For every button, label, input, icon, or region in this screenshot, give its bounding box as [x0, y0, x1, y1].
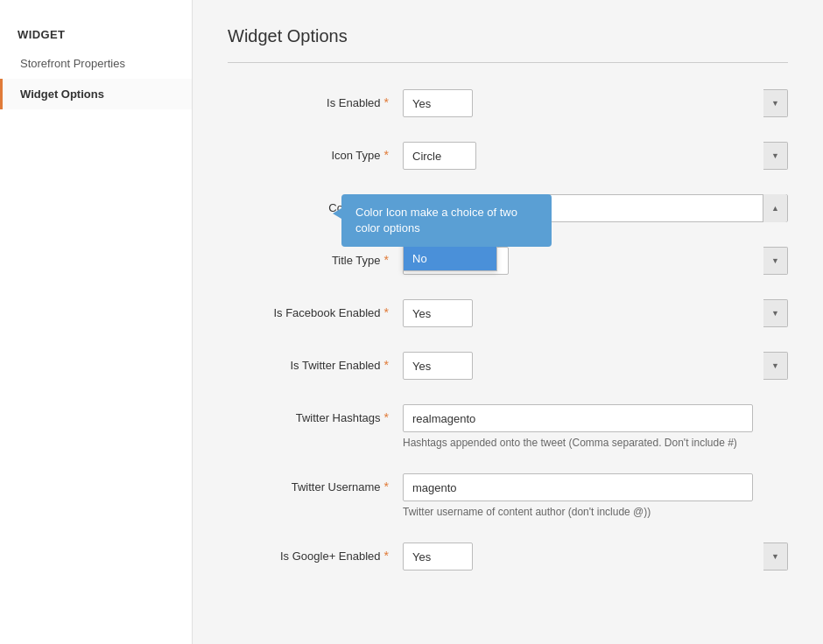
- twitter-enabled-select-wrapper: Yes No: [403, 352, 788, 380]
- icon-type-label: Icon Type*: [228, 142, 403, 162]
- sidebar-item-label: Storefront Properties: [20, 57, 125, 70]
- twitter-username-input[interactable]: [403, 473, 753, 501]
- google-enabled-row: Is Google+ Enabled* Yes No: [228, 542, 788, 570]
- sidebar-item-label: Widget Options: [20, 88, 104, 101]
- facebook-enabled-control: Yes No: [403, 299, 788, 327]
- main-content: Widget Options Is Enabled* Yes No Icon T…: [193, 0, 823, 644]
- divider: [228, 62, 788, 63]
- facebook-enabled-row: Is Facebook Enabled* Yes No: [228, 299, 788, 327]
- icon-type-control: Circle Square: [403, 142, 788, 170]
- icon-type-select-arrow: [763, 142, 788, 170]
- color-icon-toggle-button[interactable]: [763, 194, 787, 222]
- page-wrapper: WIDGET Storefront Properties Widget Opti…: [0, 0, 823, 644]
- twitter-hashtags-note: Hashtags appended onto the tweet (Comma …: [403, 437, 788, 449]
- icon-type-select[interactable]: Circle Square: [403, 142, 476, 170]
- twitter-enabled-row: Is Twitter Enabled* Yes No: [228, 352, 788, 380]
- page-title: Widget Options: [228, 26, 788, 46]
- is-enabled-control: Yes No: [403, 89, 788, 117]
- required-star: *: [384, 358, 389, 372]
- color-icon-row: Color Icon* No Yes No Color Icon make a …: [228, 194, 788, 222]
- twitter-hashtags-control: Hashtags appended onto the tweet (Comma …: [403, 404, 788, 449]
- color-icon-tooltip: Color Icon make a choice of two color op…: [341, 194, 552, 247]
- is-enabled-row: Is Enabled* Yes No: [228, 89, 788, 117]
- required-star: *: [384, 549, 389, 563]
- required-star: *: [384, 480, 389, 494]
- twitter-enabled-select-arrow: [763, 352, 788, 380]
- sidebar-item-storefront[interactable]: Storefront Properties: [0, 48, 192, 79]
- required-star: *: [384, 305, 389, 319]
- facebook-enabled-label: Is Facebook Enabled*: [228, 299, 403, 319]
- twitter-hashtags-label: Twitter Hashtags*: [228, 404, 403, 424]
- is-enabled-label: Is Enabled*: [228, 89, 403, 109]
- google-enabled-select[interactable]: Yes No: [403, 542, 473, 570]
- facebook-enabled-select[interactable]: Yes No: [403, 299, 473, 327]
- facebook-enabled-select-arrow: [763, 299, 788, 327]
- twitter-username-label: Twitter Username*: [228, 473, 403, 494]
- twitter-hashtags-input[interactable]: [403, 404, 753, 432]
- required-star: *: [384, 148, 389, 162]
- is-enabled-select-arrow: [763, 89, 788, 117]
- google-enabled-control: Yes No: [403, 542, 788, 570]
- twitter-hashtags-row: Twitter Hashtags* Hashtags appended onto…: [228, 404, 788, 449]
- required-star: *: [384, 410, 389, 424]
- google-enabled-select-arrow: [763, 542, 788, 570]
- twitter-username-note: Twitter username of content author (don'…: [403, 506, 788, 518]
- icon-type-select-wrapper: Circle Square: [403, 142, 788, 170]
- title-type-label: Title Type*: [228, 247, 403, 267]
- is-enabled-select-wrapper: Yes No: [403, 89, 788, 117]
- icon-type-row: Icon Type* Circle Square: [228, 142, 788, 170]
- required-star: *: [384, 253, 389, 267]
- twitter-enabled-control: Yes No: [403, 352, 788, 380]
- twitter-enabled-label: Is Twitter Enabled*: [228, 352, 403, 372]
- title-type-select-arrow: [763, 247, 788, 275]
- sidebar: WIDGET Storefront Properties Widget Opti…: [0, 0, 193, 644]
- is-enabled-select[interactable]: Yes No: [403, 89, 473, 117]
- twitter-username-control: Twitter username of content author (don'…: [403, 473, 788, 518]
- sidebar-section-title: WIDGET: [0, 18, 192, 48]
- sidebar-item-widget-options[interactable]: Widget Options: [0, 79, 192, 109]
- twitter-username-row: Twitter Username* Twitter username of co…: [228, 473, 788, 518]
- title-type-row: Title Type* Page Title No Page Title Cus…: [228, 247, 788, 275]
- color-icon-option-no[interactable]: No: [404, 247, 496, 270]
- google-enabled-label: Is Google+ Enabled*: [228, 542, 403, 563]
- facebook-enabled-select-wrapper: Yes No: [403, 299, 788, 327]
- required-star: *: [384, 95, 389, 109]
- google-enabled-select-wrapper: Yes No: [403, 542, 788, 570]
- twitter-enabled-select[interactable]: Yes No: [403, 352, 473, 380]
